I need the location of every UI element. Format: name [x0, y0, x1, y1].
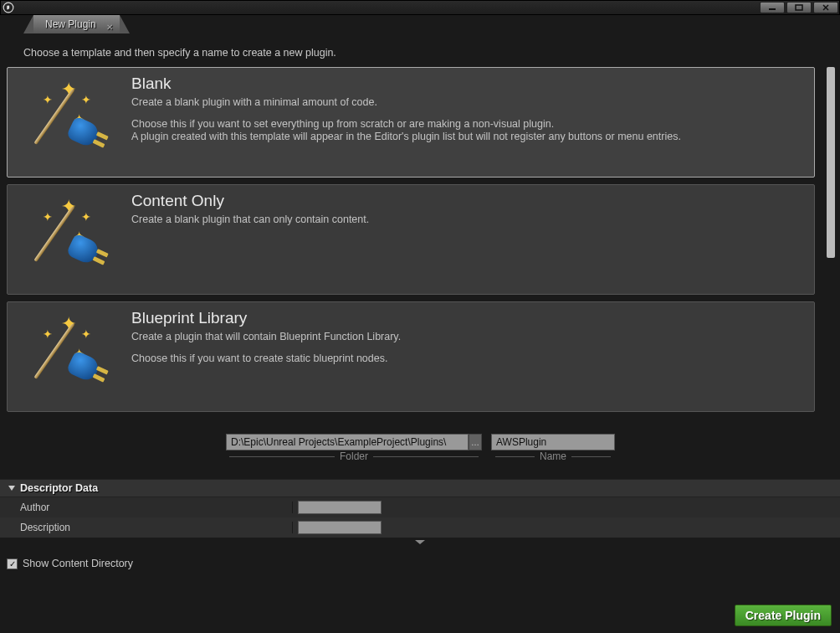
- show-content-checkbox[interactable]: ✓: [7, 558, 18, 569]
- plugin-wizard-icon: ✦✦✦✦: [19, 309, 111, 401]
- plugin-wizard-icon: ✦✦✦✦: [19, 192, 111, 284]
- minimize-button[interactable]: [760, 2, 785, 13]
- unreal-logo-icon: [3, 2, 14, 13]
- caret-down-icon: [8, 486, 15, 491]
- close-button[interactable]: [813, 2, 838, 13]
- tab-bar: New Plugin ✕: [0, 15, 840, 33]
- name-input[interactable]: [491, 434, 615, 450]
- descriptor-header[interactable]: Descriptor Data: [0, 479, 840, 497]
- template-title: Content Only: [131, 192, 369, 210]
- svg-rect-2: [796, 5, 802, 10]
- template-blueprint-library[interactable]: ✦✦✦✦ Blueprint Library Create a plugin t…: [7, 301, 815, 412]
- tab-new-plugin[interactable]: New Plugin ✕: [33, 15, 120, 33]
- template-title: Blank: [131, 75, 681, 93]
- description-input[interactable]: [298, 521, 382, 534]
- template-subtitle: Create a blank plugin with a minimal amo…: [131, 96, 681, 110]
- author-input[interactable]: [298, 501, 382, 514]
- template-title: Blueprint Library: [131, 309, 401, 327]
- template-details: Choose this if you want to create static…: [131, 353, 401, 366]
- template-subtitle: Create a blank plugin that can only cont…: [131, 214, 369, 227]
- create-plugin-button[interactable]: Create Plugin: [735, 605, 832, 626]
- show-content-label: Show Content Directory: [23, 558, 133, 569]
- name-label: Name: [540, 450, 566, 462]
- template-content-only[interactable]: ✦✦✦✦ Content Only Create a blank plugin …: [7, 184, 815, 295]
- description-label: Description: [0, 522, 293, 533]
- expand-handle[interactable]: [0, 538, 840, 546]
- chevron-down-icon: [415, 540, 425, 544]
- tab-label: New Plugin: [45, 18, 96, 30]
- titlebar: [0, 0, 840, 15]
- template-list: ✦✦✦✦ Blank Create a blank plugin with a …: [7, 67, 837, 427]
- svg-rect-1: [769, 8, 776, 10]
- folder-label: Folder: [340, 450, 368, 462]
- template-subtitle: Create a plugin that will contain Bluepr…: [131, 331, 401, 344]
- browse-folder-button[interactable]: …: [469, 434, 482, 450]
- instruction-text: Choose a template and then specify a nam…: [0, 33, 840, 67]
- maximize-button[interactable]: [786, 2, 812, 13]
- author-label: Author: [0, 502, 293, 513]
- descriptor-row-description: Description: [0, 517, 840, 538]
- descriptor-header-label: Descriptor Data: [20, 482, 98, 494]
- scrollbar[interactable]: [827, 67, 835, 258]
- descriptor-row-author: Author: [0, 497, 840, 517]
- folder-input[interactable]: [226, 434, 469, 450]
- plugin-wizard-icon: ✦✦✦✦: [19, 75, 111, 167]
- template-details: Choose this if you want to set everythin…: [131, 118, 681, 144]
- template-blank[interactable]: ✦✦✦✦ Blank Create a blank plugin with a …: [7, 67, 815, 178]
